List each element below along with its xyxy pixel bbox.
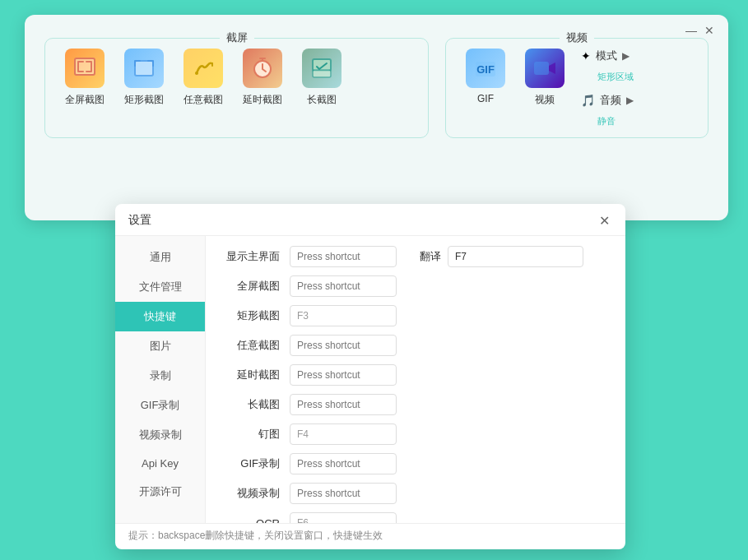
translate-input[interactable]: [448, 246, 583, 267]
sidebar-item-record[interactable]: 录制: [115, 361, 205, 391]
scroll-label: 长截图: [307, 93, 337, 107]
shortcut-row-pin: 钉图: [222, 423, 609, 445]
video-settings: ✦ 模式 ▶ 矩形区域 🎵 音频 ▶ 静音: [581, 49, 634, 127]
tool-scroll[interactable]: 长截图: [295, 49, 348, 107]
settings-dialog: 设置 ✕ 通用 文件管理 快捷键 图片 录制 GIF录制 视频录制 Api Ke…: [115, 204, 625, 549]
shortcut-row-gif: GIF录制: [222, 453, 609, 474]
shortcut-row-scroll: 长截图: [222, 394, 609, 415]
tool-timer[interactable]: 延时截图: [236, 49, 289, 107]
screenshot-tools: 全屏截图 矩形截图: [58, 49, 415, 107]
audio-sublabel: 静音: [597, 116, 616, 126]
svg-rect-9: [534, 62, 549, 75]
gif-label: GIF: [477, 93, 494, 104]
sidebar-item-videorecord[interactable]: 视频录制: [115, 420, 205, 450]
shortcut-name-video: 视频录制: [222, 486, 280, 501]
sections-row: 截屏 全屏截图: [44, 38, 709, 138]
shortcut-input-timer[interactable]: [290, 364, 397, 386]
tool-gif[interactable]: GIF GIF: [459, 49, 512, 107]
shortcut-input-pin[interactable]: [290, 423, 397, 445]
shortcut-row-rect: 矩形截图: [222, 305, 609, 326]
shortcut-row-free: 任意截图: [222, 335, 609, 356]
video-label: 视频: [535, 93, 555, 107]
shortcut-name-main: 显示主界面: [222, 249, 280, 264]
sidebar-item-general[interactable]: 通用: [115, 243, 205, 272]
sidebar-item-gifrecord[interactable]: GIF录制: [115, 391, 205, 420]
shortcut-name-timer: 延时截图: [222, 368, 280, 382]
video-section-box: 视频 GIF GIF: [445, 38, 709, 138]
tool-fullscreen[interactable]: 全屏截图: [58, 49, 111, 107]
svg-rect-2: [135, 61, 153, 76]
dialog-title: 设置: [128, 213, 151, 228]
mode-setting[interactable]: ✦ 模式 ▶: [581, 49, 634, 63]
translate-group: 翻译: [420, 246, 583, 267]
sidebar-item-shortcuts[interactable]: 快捷键: [115, 302, 205, 331]
shortcut-row-fullscreen: 全屏截图: [222, 275, 609, 297]
shortcut-name-free: 任意截图: [222, 338, 280, 353]
shortcut-input-ocr[interactable]: [290, 512, 397, 523]
dialog-footer: 提示：backspace删除快捷键，关闭设置窗口，快捷键生效: [115, 523, 625, 549]
rect-label: 矩形截图: [124, 93, 164, 107]
shortcut-row-video: 视频录制: [222, 483, 609, 504]
dialog-close-button[interactable]: ✕: [596, 212, 612, 229]
shortcut-input-main[interactable]: [290, 246, 397, 267]
scroll-icon: [302, 49, 341, 88]
shortcut-name-gif: GIF录制: [222, 456, 280, 471]
shortcut-input-free[interactable]: [290, 335, 397, 356]
svg-rect-5: [313, 59, 331, 71]
minimize-button[interactable]: —: [685, 25, 697, 36]
mode-sublabel: 矩形区域: [597, 72, 634, 81]
tool-rect[interactable]: 矩形截图: [118, 49, 170, 107]
shortcut-name-scroll: 长截图: [222, 397, 280, 412]
video-icon: [525, 49, 564, 88]
translate-label: 翻译: [420, 249, 441, 264]
fullscreen-icon: [65, 49, 105, 88]
shortcut-input-rect[interactable]: [290, 305, 397, 326]
shortcut-row-ocr: OCR: [222, 512, 609, 523]
shortcut-name-ocr: OCR: [222, 517, 280, 524]
screenshot-section-box: 截屏 全屏截图: [44, 38, 429, 138]
shortcut-input-video[interactable]: [290, 483, 397, 504]
audio-label: 音频: [600, 93, 621, 108]
shortcut-input-scroll[interactable]: [290, 394, 397, 415]
rect-icon: [124, 49, 164, 88]
dialog-body: 通用 文件管理 快捷键 图片 录制 GIF录制 视频录制 Api Key 开源许…: [115, 236, 625, 523]
sidebar-item-apikey[interactable]: Api Key: [115, 450, 205, 477]
tool-free[interactable]: 任意截图: [177, 49, 230, 107]
audio-arrow[interactable]: ▶: [626, 95, 634, 106]
video-tools: GIF GIF 视频: [459, 49, 571, 107]
svg-rect-6: [313, 70, 331, 77]
tool-video[interactable]: 视频: [518, 49, 571, 107]
settings-sidebar: 通用 文件管理 快捷键 图片 录制 GIF录制 视频录制 Api Key 开源许…: [115, 236, 206, 523]
sidebar-item-image[interactable]: 图片: [115, 331, 205, 361]
video-tools-row: GIF GIF 视频: [459, 49, 695, 127]
free-label: 任意截图: [184, 93, 223, 107]
shortcut-name-rect: 矩形截图: [222, 308, 280, 323]
timer-label: 延时截图: [243, 93, 282, 107]
main-window: — ✕ 截屏: [25, 15, 728, 220]
fullscreen-label: 全屏截图: [65, 93, 105, 107]
shortcut-row-timer: 延时截图: [222, 364, 609, 386]
shortcuts-content: 显示主界面 翻译 全屏截图 矩形截图 任意截图: [206, 236, 625, 523]
shortcut-input-fullscreen[interactable]: [290, 275, 397, 297]
sidebar-item-filemanage[interactable]: 文件管理: [115, 272, 205, 302]
sidebar-item-opensource[interactable]: 开源许可: [115, 477, 205, 507]
audio-setting[interactable]: 🎵 音频 ▶: [581, 93, 634, 108]
timer-icon: [243, 49, 282, 88]
shortcut-input-gif[interactable]: [290, 453, 397, 474]
shortcut-name-fullscreen: 全屏截图: [222, 279, 280, 294]
mode-label: 模式: [596, 49, 617, 63]
gif-icon: GIF: [466, 49, 505, 88]
dialog-header: 设置 ✕: [115, 204, 625, 236]
shortcut-name-pin: 钉图: [222, 427, 280, 442]
screenshot-section-label: 截屏: [220, 30, 254, 45]
footer-hint: 提示：backspace删除快捷键，关闭设置窗口，快捷键生效: [128, 530, 383, 541]
window-controls: — ✕: [685, 25, 715, 36]
close-button[interactable]: ✕: [704, 25, 715, 36]
shortcut-row-main: 显示主界面 翻译: [222, 246, 609, 267]
svg-text:GIF: GIF: [476, 63, 495, 76]
video-section-label: 视频: [560, 30, 594, 45]
free-icon: [184, 49, 223, 88]
mode-arrow[interactable]: ▶: [622, 50, 630, 62]
svg-point-3: [195, 72, 198, 75]
